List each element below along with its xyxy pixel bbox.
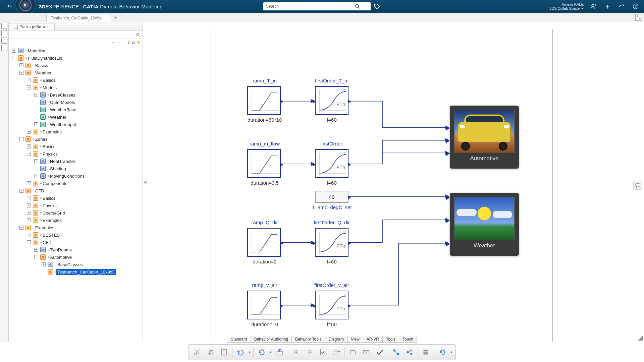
tree-item[interactable]: −Automotive bbox=[9, 253, 143, 261]
chat-icon[interactable]: 💬 bbox=[633, 181, 642, 190]
collapse-icon[interactable]: − bbox=[19, 226, 23, 230]
firstOrder-Q-dir-block[interactable]: 2 PTn bbox=[315, 228, 348, 257]
expand-icon[interactable]: + bbox=[27, 78, 31, 82]
tree-item[interactable]: Shading bbox=[9, 165, 143, 172]
expand-icon[interactable]: + bbox=[34, 159, 38, 163]
ramp-Q-dir-block[interactable] bbox=[247, 228, 281, 257]
tree-item[interactable]: +Basics bbox=[9, 143, 143, 150]
ds-logo[interactable]: ᶾᔈ bbox=[4, 2, 13, 11]
document-tab[interactable]: Testbench_CarCabin_10x9x bbox=[46, 14, 111, 22]
nav-pin-icon[interactable]: ⇪ bbox=[127, 40, 130, 45]
tree-item[interactable]: +Components bbox=[9, 180, 143, 187]
nav-up-icon[interactable]: ↑ bbox=[123, 40, 125, 45]
bottom-tab-view[interactable]: View bbox=[347, 336, 363, 342]
gear1-button[interactable] bbox=[290, 346, 303, 359]
collapse-icon[interactable]: − bbox=[19, 137, 23, 141]
tree-item[interactable]: +MovingConditions bbox=[9, 172, 143, 180]
bottom-tab-touch[interactable]: Touch bbox=[399, 336, 417, 342]
flow2-button[interactable] bbox=[403, 346, 416, 359]
share-icon[interactable] bbox=[617, 2, 626, 11]
bottom-tab-ar-vr[interactable]: AR-VR bbox=[363, 336, 383, 342]
tree-item[interactable]: +TwoRooms bbox=[9, 246, 143, 253]
tree-item[interactable]: −Weather bbox=[9, 69, 143, 76]
search-icon[interactable] bbox=[355, 3, 361, 9]
rect-split-button[interactable] bbox=[360, 346, 373, 359]
tree-item[interactable]: −Physics bbox=[9, 150, 143, 158]
tree-item[interactable]: WeatherBase bbox=[9, 106, 143, 113]
gear2-button[interactable] bbox=[303, 346, 316, 359]
collapse-icon[interactable]: − bbox=[34, 255, 38, 259]
copy-button[interactable] bbox=[204, 346, 217, 359]
expand-icon[interactable]: + bbox=[27, 181, 31, 185]
nav-fav-icon[interactable]: ★ bbox=[137, 40, 141, 45]
tag-icon[interactable] bbox=[373, 3, 381, 10]
person-arrow-button[interactable] bbox=[330, 346, 343, 359]
tree-item[interactable]: +Physics bbox=[9, 202, 143, 209]
ramp-T-in-block[interactable] bbox=[247, 86, 281, 115]
constant-block[interactable]: 40 bbox=[315, 191, 348, 203]
add-user-icon[interactable] bbox=[589, 2, 598, 11]
undo-button[interactable] bbox=[234, 346, 247, 359]
tree-item[interactable]: −Zones bbox=[9, 135, 143, 143]
tree-item[interactable]: +Modelica bbox=[9, 47, 143, 54]
dropdown-caret-icon[interactable] bbox=[269, 352, 273, 353]
tree-item[interactable]: +Basics bbox=[9, 76, 143, 84]
collapse-icon[interactable]: − bbox=[19, 189, 23, 193]
collapse-icon[interactable]: − bbox=[27, 240, 31, 244]
cycle-button[interactable] bbox=[436, 346, 449, 359]
dropdown-caret-icon[interactable] bbox=[248, 352, 252, 353]
rail-icon-1[interactable] bbox=[1, 23, 7, 29]
ramp-m-flow-block[interactable] bbox=[247, 149, 281, 178]
package-browser-tab[interactable]: Package Browser bbox=[10, 23, 55, 31]
tree-item[interactable]: +WeatherInput bbox=[9, 121, 143, 128]
firstOrder-v-air-block[interactable]: 2 PTn bbox=[315, 291, 348, 319]
check-doc-button[interactable] bbox=[317, 346, 329, 359]
expand-icon[interactable]: + bbox=[34, 248, 38, 252]
tree-item[interactable]: −Models bbox=[9, 84, 143, 91]
expand-icon[interactable]: + bbox=[27, 218, 31, 222]
tree-item[interactable]: Weather bbox=[9, 113, 143, 121]
nav-lock-icon[interactable]: ⧈ bbox=[132, 40, 135, 45]
rect-button[interactable] bbox=[346, 346, 359, 359]
flow1-button[interactable] bbox=[390, 346, 402, 359]
collapse-icon[interactable]: − bbox=[12, 56, 16, 60]
collapse-icon[interactable]: − bbox=[27, 152, 31, 156]
tree-item[interactable]: +HeatTransfer bbox=[9, 158, 143, 165]
firstOrder-block[interactable]: 2 PTn bbox=[315, 149, 348, 178]
tree-item[interactable]: Testbench_CarCabin_10x9x3 bbox=[9, 268, 143, 276]
tree-item[interactable]: +CoarseGrid bbox=[9, 209, 143, 217]
expand-icon[interactable]: + bbox=[27, 233, 31, 237]
collapse-sidebar-button[interactable]: ◀ bbox=[143, 22, 147, 342]
expand-icon[interactable]: + bbox=[19, 63, 23, 67]
diagram-canvas[interactable]: ramp_T_in duration=60*10 firstOrder_T_in… bbox=[147, 22, 644, 342]
help-icon[interactable]: ? bbox=[631, 2, 640, 11]
package-tree[interactable]: +Modelica−FluidDynamicsLib+Basics−Weathe… bbox=[9, 46, 143, 342]
firstOrder-T-in-block[interactable]: 2 PTn bbox=[315, 86, 348, 115]
bottom-tab-behavior-tools[interactable]: Behavior Tools bbox=[292, 336, 325, 342]
automotive-component[interactable]: Automotive bbox=[450, 106, 519, 169]
tree-item[interactable]: −FluidDynamicsLib bbox=[9, 54, 143, 62]
tree-item[interactable]: +BESTEST bbox=[9, 231, 143, 239]
new-tab-button[interactable]: + bbox=[111, 13, 120, 22]
expand-icon[interactable]: + bbox=[34, 122, 38, 126]
stack-button[interactable] bbox=[420, 346, 432, 359]
restore-window-icon[interactable] bbox=[635, 14, 642, 21]
collapse-icon[interactable]: − bbox=[19, 71, 23, 75]
tree-item[interactable]: +BaseClasses bbox=[9, 261, 143, 268]
bottom-tab-standard[interactable]: Standard bbox=[227, 336, 251, 342]
expand-icon[interactable]: + bbox=[27, 203, 31, 207]
expand-icon[interactable]: + bbox=[27, 196, 31, 200]
expand-icon[interactable]: + bbox=[27, 130, 31, 134]
plus-icon[interactable]: ＋ bbox=[603, 2, 612, 11]
nav-back-icon[interactable]: ← bbox=[111, 40, 115, 45]
rail-icon-2[interactable] bbox=[1, 30, 7, 36]
paste-button[interactable] bbox=[218, 346, 230, 359]
expand-icon[interactable]: + bbox=[27, 144, 31, 148]
ramp-v-air-block[interactable] bbox=[247, 291, 281, 319]
rail-icon-3[interactable] bbox=[1, 38, 7, 44]
nav-fwd-icon[interactable]: → bbox=[117, 40, 121, 45]
bottom-tab-behavior-authoring[interactable]: Behavior Authoring bbox=[251, 336, 292, 342]
tree-item[interactable]: OuterModels bbox=[9, 99, 143, 106]
expand-icon[interactable]: + bbox=[12, 49, 16, 53]
dropdown-caret-icon[interactable] bbox=[449, 352, 453, 353]
